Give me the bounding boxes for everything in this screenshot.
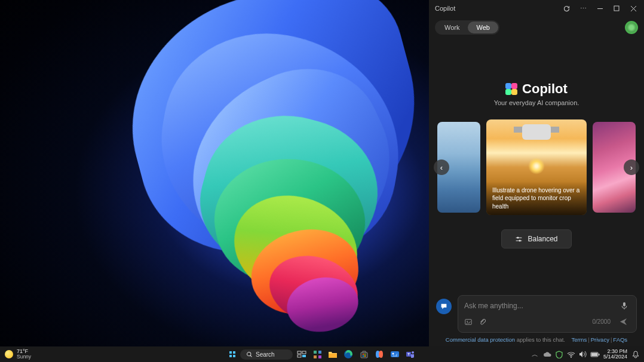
faqs-link[interactable]: FAQs	[613, 336, 627, 343]
svg-rect-30	[599, 354, 600, 355]
user-avatar[interactable]	[625, 21, 638, 34]
copilot-logo-icon	[505, 83, 517, 95]
svg-rect-10	[302, 355, 306, 357]
store-icon[interactable]	[357, 348, 370, 361]
sliders-icon	[515, 235, 523, 243]
task-view-icon[interactable]	[295, 348, 308, 361]
svg-rect-7	[298, 351, 301, 354]
svg-rect-9	[298, 355, 301, 357]
carousel-prev-icon[interactable]: ‹	[434, 159, 449, 175]
terms-link[interactable]: Terms	[571, 336, 587, 343]
image-add-icon[interactable]	[464, 318, 473, 326]
svg-rect-29	[591, 353, 597, 356]
svg-point-23	[392, 353, 394, 355]
wifi-icon[interactable]	[566, 349, 576, 359]
svg-rect-11	[314, 351, 317, 354]
svg-rect-3	[623, 302, 625, 306]
chat-input[interactable]	[464, 302, 618, 310]
svg-rect-12	[318, 351, 321, 354]
svg-point-27	[571, 357, 572, 358]
maximize-icon[interactable]	[608, 0, 625, 17]
edge-icon[interactable]	[342, 348, 355, 361]
clock[interactable]: 2:30 PM 5/14/2024	[602, 349, 628, 360]
carousel-next-icon[interactable]: ›	[624, 159, 639, 175]
copilot-titlebar: Copilot ⋯	[429, 0, 644, 17]
chat-icon	[440, 302, 448, 311]
onedrive-tray-icon[interactable]	[542, 349, 552, 359]
weather-widget[interactable]: 71°F Sunny	[0, 349, 31, 360]
sun-icon	[5, 350, 13, 358]
svg-rect-14	[318, 355, 321, 358]
svg-point-1	[517, 237, 519, 238]
svg-point-6	[247, 352, 251, 355]
teams-icon[interactable]: T	[404, 348, 417, 361]
explorer-icon[interactable]	[326, 348, 339, 361]
carousel-card-main[interactable]: Illustrate a drone hovering over a field…	[486, 119, 587, 215]
svg-rect-19	[364, 354, 366, 355]
mode-tabs: Work Web	[435, 20, 499, 35]
svg-rect-17	[361, 352, 367, 358]
attachment-icon[interactable]	[479, 318, 487, 326]
weather-condition: Sunny	[17, 354, 31, 360]
wallpaper-bloom	[72, 0, 460, 346]
taskbar: 71°F Sunny Search T ︿ 2:30 PM 5/14/2024	[0, 346, 644, 362]
copilot-name: Copilot	[522, 81, 568, 97]
microphone-icon[interactable]	[618, 300, 630, 311]
search-icon	[246, 351, 253, 358]
taskbar-search[interactable]: Search	[240, 349, 293, 360]
tab-web[interactable]: Web	[468, 22, 498, 33]
legal-footer: Commercial data protection applies to th…	[436, 336, 637, 343]
data-protection-link[interactable]: Commercial data protection	[446, 336, 515, 343]
volume-icon[interactable]	[578, 349, 588, 359]
close-icon[interactable]	[625, 0, 642, 17]
svg-point-26	[412, 351, 414, 354]
start-button[interactable]	[227, 349, 238, 360]
copilot-hero: Copilot Your everyday AI companion.	[429, 81, 644, 106]
battery-icon[interactable]	[590, 349, 600, 359]
copilot-panel: Copilot ⋯ Work Web Copilot	[429, 0, 644, 346]
char-counter: 0/2000	[592, 318, 611, 325]
notifications-icon[interactable]	[631, 349, 640, 359]
balanced-label: Balanced	[528, 235, 557, 243]
svg-point-5	[467, 321, 468, 322]
svg-rect-13	[314, 355, 317, 358]
prompt-carousel: ‹ Illustrate a drone hovering over a fie…	[429, 119, 644, 215]
svg-rect-15	[329, 354, 337, 358]
svg-rect-21	[364, 355, 366, 357]
legal-text: applies to this chat.	[515, 336, 565, 343]
svg-point-2	[519, 240, 521, 241]
svg-rect-8	[302, 351, 306, 354]
conversation-style-button[interactable]: Balanced	[501, 229, 571, 249]
window-title: Copilot	[435, 5, 558, 12]
refresh-icon[interactable]	[558, 0, 575, 17]
date-label: 5/14/2024	[603, 354, 627, 360]
svg-text:T: T	[407, 352, 410, 356]
privacy-link[interactable]: Privacy	[591, 336, 609, 343]
svg-rect-0	[614, 6, 619, 11]
svg-rect-20	[363, 355, 364, 357]
security-tray-icon[interactable]	[554, 349, 564, 359]
search-label: Search	[256, 351, 275, 358]
chat-input-box: 0/2000	[458, 295, 637, 333]
photos-icon[interactable]	[388, 348, 401, 361]
minimize-icon[interactable]	[591, 0, 608, 17]
send-icon[interactable]	[617, 316, 630, 327]
widgets-icon[interactable]	[311, 348, 324, 361]
copilot-taskbar-icon[interactable]	[373, 348, 386, 361]
more-icon[interactable]: ⋯	[575, 0, 591, 17]
copilot-subtitle: Your everyday AI companion.	[429, 99, 644, 106]
new-topic-button[interactable]	[436, 299, 452, 314]
chevron-up-icon[interactable]: ︿	[530, 349, 540, 359]
tab-work[interactable]: Work	[436, 22, 468, 33]
carousel-caption: Illustrate a drone hovering over a field…	[486, 182, 587, 216]
svg-rect-18	[363, 354, 364, 355]
copilot-tabs-row: Work Web	[429, 17, 644, 38]
